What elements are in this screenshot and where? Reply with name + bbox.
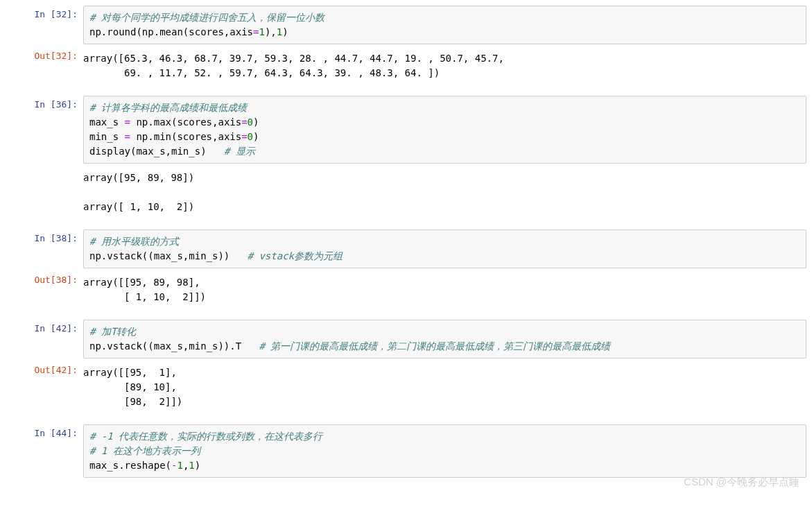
code-input[interactable]: # 对每个同学的平均成绩进行四舍五入，保留一位小数 np.round(np.me…: [83, 6, 806, 44]
in-prompt: In [42]:: [0, 320, 83, 358]
output-cell: array([95, 89, 98]) array([ 1, 10, 2]): [0, 166, 812, 218]
input-cell: In [44]:# -1 代表任意数，实际的行数或列数，在这代表多行 # 1 在…: [0, 424, 812, 478]
code-input[interactable]: # 计算各学科的最高成绩和最低成绩 max_s = np.max(scores,…: [83, 96, 806, 164]
in-prompt: In [38]:: [0, 230, 83, 268]
output-cell: Out[32]:array([65.3, 46.3, 68.7, 39.7, 5…: [0, 47, 812, 85]
code-input[interactable]: # 加T转化 np.vstack((max_s,min_s)).T # 第一门课…: [83, 320, 806, 358]
input-cell: In [32]:# 对每个同学的平均成绩进行四舍五入，保留一位小数 np.rou…: [0, 6, 812, 44]
input-cell: In [38]:# 用水平级联的方式 np.vstack((max_s,min_…: [0, 230, 812, 268]
in-prompt: In [44]:: [0, 424, 83, 478]
output-text: array([65.3, 46.3, 68.7, 39.7, 59.3, 28.…: [83, 47, 806, 85]
output-cell: Out[42]:array([[95, 1], [89, 10], [98, 2…: [0, 361, 812, 413]
input-cell: In [42]:# 加T转化 np.vstack((max_s,min_s)).…: [0, 320, 812, 358]
output-cell: Out[38]:array([[95, 89, 98], [ 1, 10, 2]…: [0, 271, 812, 309]
code-input[interactable]: # 用水平级联的方式 np.vstack((max_s,min_s)) # vs…: [83, 230, 806, 268]
code-input[interactable]: # -1 代表任意数，实际的行数或列数，在这代表多行 # 1 在这个地方表示一列…: [83, 424, 806, 478]
output-text: array([95, 89, 98]) array([ 1, 10, 2]): [83, 166, 806, 218]
input-cell: In [36]:# 计算各学科的最高成绩和最低成绩 max_s = np.max…: [0, 96, 812, 164]
in-prompt: In [36]:: [0, 96, 83, 164]
output-text: array([[95, 1], [89, 10], [98, 2]]): [83, 361, 806, 413]
out-prompt: Out[42]:: [0, 361, 83, 413]
notebook-container: In [32]:# 对每个同学的平均成绩进行四舍五入，保留一位小数 np.rou…: [0, 6, 812, 489]
out-prompt: Out[38]:: [0, 271, 83, 309]
out-prompt: [0, 166, 83, 218]
output-text: array([[95, 89, 98], [ 1, 10, 2]]): [83, 271, 806, 309]
out-prompt: Out[32]:: [0, 47, 83, 85]
in-prompt: In [32]:: [0, 6, 83, 44]
